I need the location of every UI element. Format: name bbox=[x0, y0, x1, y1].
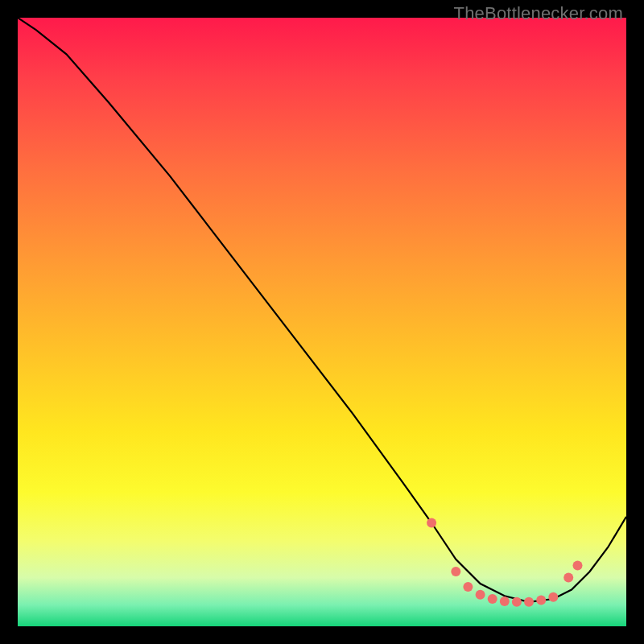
marker-dot bbox=[512, 597, 522, 607]
marker-dot bbox=[573, 560, 583, 570]
marker-dot bbox=[548, 592, 558, 602]
marker-dot bbox=[451, 567, 460, 576]
gradient-background bbox=[18, 18, 626, 626]
bottleneck-chart bbox=[18, 18, 626, 626]
marker-dot bbox=[463, 582, 473, 592]
marker-dot bbox=[476, 590, 485, 600]
watermark-text: TheBottlenecker.com bbox=[454, 3, 623, 24]
marker-dot bbox=[524, 597, 534, 607]
marker-dot bbox=[500, 597, 510, 606]
chart-frame bbox=[18, 18, 626, 626]
marker-dot bbox=[564, 573, 573, 583]
marker-dot bbox=[488, 594, 497, 604]
marker-dot bbox=[427, 518, 436, 528]
marker-dot bbox=[536, 596, 546, 605]
